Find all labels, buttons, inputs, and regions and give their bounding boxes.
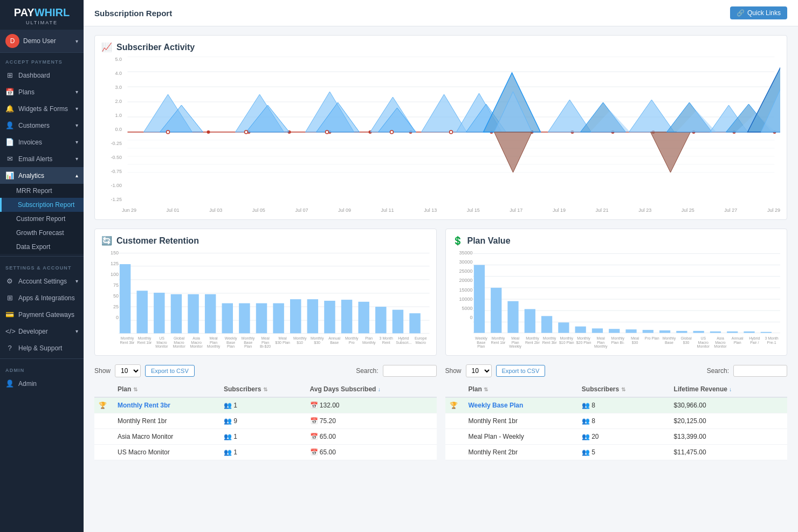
svg-point-54 [167,130,170,134]
chevron-icon: ▾ [75,122,78,128]
sidebar-item-customers[interactable]: 👤 Customers ▾ [0,117,84,134]
export-csv-left-button[interactable]: Export to CSV [145,365,195,377]
analytics-submenu: MRR Report Subscription Report Customer … [0,184,84,254]
sidebar-item-label: Widgets & Forms [18,105,68,113]
svg-marker-41 [494,132,532,172]
sidebar-item-widgets[interactable]: 🔔 Widgets & Forms ▾ [0,100,84,117]
subscribers-col-header[interactable]: Subscribers ⇅ [577,382,670,397]
search-input-right[interactable] [733,365,787,377]
show-label-left: Show [94,367,111,375]
sort-icon[interactable]: ⇅ [263,386,267,392]
chevron-icon: ▾ [75,106,78,112]
plans-icon: 📅 [5,88,14,96]
show-select-left[interactable]: 102550 [115,364,141,377]
avatar: D [5,34,19,48]
sidebar-item-analytics[interactable]: 📊 Analytics ▴ [0,167,84,184]
sidebar-item-label: Subscription Report [18,201,74,209]
sidebar-item-payment-gateways[interactable]: 💳 Payment Gateways [0,306,84,323]
sidebar-item-invoices[interactable]: 📄 Invoices ▾ [0,134,84,150]
search-label-left: Search: [356,367,378,375]
svg-rect-71 [205,294,216,334]
export-csv-right-button[interactable]: Export to CSV [496,365,546,377]
table-row: 🏆 Weekly Base Plan 👥 8 $30,966.00 [445,397,788,413]
left-table-controls: Show 102550 Export to CSV Search: [94,364,437,377]
customer-retention-header: 🔄 Customer Retention [101,236,430,246]
svg-rect-77 [307,299,318,333]
svg-point-13 [207,130,210,134]
sort-icon[interactable]: ⇅ [133,386,137,392]
plan-col-header[interactable]: Plan ⇅ [464,382,577,397]
chart-icon: 📈 [101,42,112,52]
svg-rect-105 [693,331,704,333]
sidebar-item-apps[interactable]: ⊞ Apps & Integrations [0,289,84,306]
sidebar-item-label: Data Export [16,243,50,251]
svg-rect-97 [558,322,569,333]
retention-table: Plan ⇅ Subscribers ⇅ Avg Days Subscribed… [94,382,437,460]
widgets-icon: 🔔 [5,105,14,113]
divider [0,358,84,359]
revenue-cell: $30,966.00 [670,397,787,413]
svg-rect-96 [541,316,552,333]
quick-links-button[interactable]: 🔗 Quick Links [730,6,787,19]
left-table-section: Show 102550 Export to CSV Search: Plan [94,364,437,460]
chevron-icon: ▾ [75,139,78,145]
plan-cell: Weekly Base Plan [464,397,577,413]
sidebar-item-label: Analytics [18,172,44,179]
plan-cell: Monthly Rent 1br [464,413,577,429]
sidebar-item-dashboard[interactable]: ⊞ Dashboard [0,67,84,84]
sidebar-item-plans[interactable]: 📅 Plans ▾ [0,84,84,100]
email-icon: ✉ [5,155,14,163]
sidebar-item-admin[interactable]: 👤 Admin [0,375,84,392]
dashboard-icon: ⊞ [5,71,14,79]
avg-days-cell: 📅 65.00 [306,429,437,445]
search-input-left[interactable] [383,365,437,377]
sidebar-item-developer[interactable]: </> Developer ▾ [0,323,84,340]
sidebar-item-data-export[interactable]: Data Export [0,240,84,254]
sort-icon[interactable]: ⇅ [484,386,488,392]
svg-rect-99 [591,328,602,333]
revenue-col-header[interactable]: Lifetime Revenue ↓ [670,382,787,397]
plan-cell: Asia Macro Monitor [113,429,219,445]
plan-cell: US Macro Monitor [113,445,219,460]
content-area: 📈 Subscriber Activity 5.0 4.0 3.0 2.0 1.… [84,26,798,532]
sidebar-item-account-settings[interactable]: ⚙ Account Settings ▾ [0,273,84,289]
svg-rect-80 [358,302,369,334]
user-menu[interactable]: D Demo User ▾ [0,30,84,53]
sidebar-item-label: Dashboard [18,72,50,79]
svg-rect-74 [256,303,267,334]
revenue-cell: $13,399.00 [670,429,787,445]
svg-rect-75 [273,303,284,334]
sort-icon-active[interactable]: ↓ [729,386,732,392]
trophy-cell: 🏆 [445,397,464,413]
sidebar-item-mrr[interactable]: MRR Report [0,184,84,198]
chevron-icon: ▾ [75,278,78,284]
svg-point-58 [450,130,453,134]
sort-icon-active[interactable]: ↓ [378,386,381,392]
plan-col-header[interactable]: Plan ⇅ [113,382,219,397]
plan-value-title: Plan Value [467,236,511,246]
table-row: Meal Plan - Weekly 👥 20 $13,399.00 [445,429,788,445]
sidebar-item-help[interactable]: ? Help & Support [0,340,84,356]
plan-cell: Monthly Rent 3br [113,397,219,413]
chevron-icon: ▾ [75,89,78,95]
sort-icon[interactable]: ⇅ [621,386,625,392]
admin-icon: 👤 [5,379,14,388]
divider [0,256,84,257]
avg-days-col-header[interactable]: Avg Days Subscribed ↓ [306,382,437,397]
developer-icon: </> [5,327,14,335]
sidebar-item-growth-forecast[interactable]: Growth Forecast [0,226,84,240]
svg-rect-109 [760,332,771,333]
quick-links-label: Quick Links [747,9,781,17]
chevron-down-icon: ▾ [75,38,78,44]
sidebar-item-subscription-report[interactable]: Subscription Report [0,198,84,212]
svg-rect-94 [507,301,518,333]
sidebar-item-customer-report[interactable]: Customer Report [0,212,84,226]
svg-marker-46 [651,132,691,172]
admin-label: ADMIN [0,361,84,375]
plan-cell: Monthly Rent 1br [113,413,219,429]
plan-cell: Meal Plan - Weekly [464,429,577,445]
sidebar-item-email-alerts[interactable]: ✉ Email Alerts ▾ [0,150,84,167]
subscribers-col-header[interactable]: Subscribers ⇅ [219,382,306,397]
main-content: Subscription Report 🔗 Quick Links 📈 Subs… [84,0,798,532]
show-select-right[interactable]: 102550 [466,364,492,377]
